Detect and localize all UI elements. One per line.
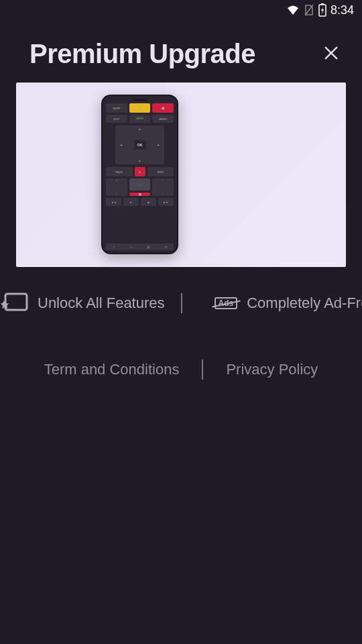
phone-btn-ch: ˄˅ <box>152 178 174 196</box>
phone-nav-bar: ᯤ▭▦⚙ <box>106 244 174 250</box>
close-icon <box>322 44 341 64</box>
phone-btn: INFO <box>147 167 174 176</box>
star-cast-icon <box>0 292 28 314</box>
phone-btn-rw: ◄◄ <box>106 198 121 206</box>
sim-icon <box>304 4 314 16</box>
divider <box>181 293 182 313</box>
phone-btn-grid: ▦ <box>129 193 151 196</box>
feature-adfree: Ads Completely Ad-Free <box>198 294 362 312</box>
divider <box>202 360 203 380</box>
phone-btn-device: DEVICE <box>129 115 151 123</box>
feature-adfree-label: Completely Ad-Free <box>247 294 362 312</box>
header: Premium Upgrade <box>0 20 362 83</box>
phone-btn-red: ⊞ <box>135 167 145 176</box>
status-bar: 8:34 <box>0 0 362 20</box>
svg-rect-3 <box>5 294 27 310</box>
phone-btn-home: ⌂ <box>129 178 151 191</box>
phone-btn-ff: ►► <box>158 198 174 206</box>
phone-dpad: ▲ ▼ ◄ ► OK <box>115 125 164 164</box>
phone-btn: BACK <box>106 167 133 176</box>
wifi-icon <box>286 5 300 15</box>
phone-ok-button: OK <box>134 140 146 150</box>
phone-btn: SHOP <box>106 103 127 113</box>
phone-btn: EXIT <box>106 115 127 123</box>
phone-btn: MENU <box>152 115 174 123</box>
svg-line-0 <box>305 5 313 15</box>
status-time: 8:34 <box>330 3 354 17</box>
phone-btn-power: ⏻ <box>152 103 174 113</box>
features-row: Unlock All Features Ads Completely Ad-Fr… <box>0 267 362 314</box>
page-title: Premium Upgrade <box>29 39 255 69</box>
hero-image: SHOP ♔ ⏻ EXIT DEVICE MENU ▲ ▼ ◄ ► OK BAC… <box>16 83 346 267</box>
svg-rect-2 <box>321 3 324 5</box>
close-button[interactable] <box>316 40 346 69</box>
links-row: Term and Conditions Privacy Policy <box>0 314 362 380</box>
feature-unlock-label: Unlock All Features <box>38 294 165 312</box>
phone-btn-play: ► <box>123 198 139 206</box>
privacy-link[interactable]: Privacy Policy <box>226 361 318 378</box>
phone-btn-stop: ■ <box>141 198 156 206</box>
phone-mockup: SHOP ♔ ⏻ EXIT DEVICE MENU ▲ ▼ ◄ ► OK BAC… <box>101 95 178 254</box>
no-ads-icon: Ads <box>215 297 238 309</box>
terms-link[interactable]: Term and Conditions <box>44 361 180 378</box>
feature-unlock: Unlock All Features <box>0 292 165 314</box>
phone-btn-crown: ♔ <box>129 103 151 113</box>
battery-charging-icon <box>318 3 326 17</box>
phone-btn-vol: +− <box>106 178 127 196</box>
